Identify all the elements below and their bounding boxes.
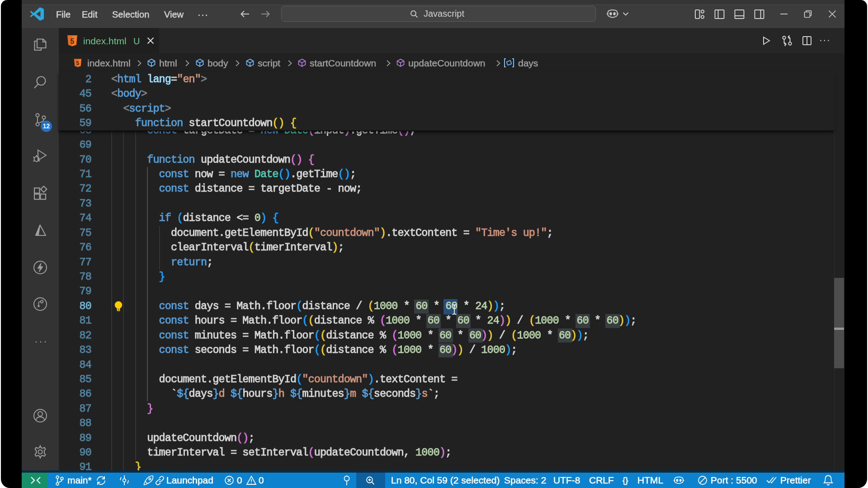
svg-text:5: 5 [71, 38, 75, 45]
svg-text:5: 5 [76, 60, 80, 66]
